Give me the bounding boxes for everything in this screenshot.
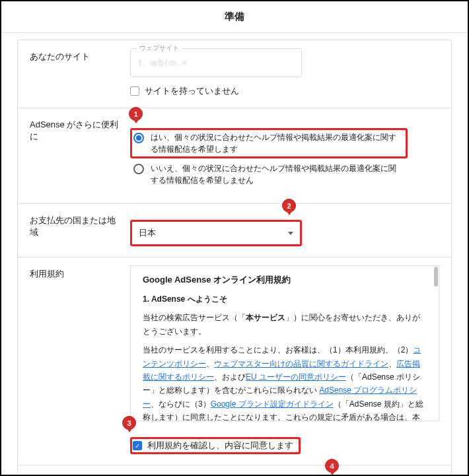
tips-radio-yes-label: はい、個々の状況に合わせたヘルプ情報や掲載結果の最適化案に関する情報配信を希望し… [151,131,402,155]
payment-label: お支払先の国または地域 [18,204,124,257]
website-obscured-value: t. wbIm.× [139,57,188,68]
page-title: 準備 [1,1,468,33]
no-site-checkbox[interactable] [130,86,139,96]
terms-paragraph-1: 当社の検索広告サービス（「本サービス」）に関心をお寄せいただき、ありがとうござい… [143,311,427,338]
tips-radio-yes[interactable] [133,133,144,143]
section-payment: お支払先の国または地域 2 日本 [18,204,451,257]
section-tips: AdSense がさらに便利に 1 はい、個々の状況に合わせたヘルプ情報や掲載結… [18,108,451,204]
setup-card: あなたのサイト ウェブサイト t. wbIm.× サイトを持っていません AdS… [17,40,452,476]
terms-heading: Google AdSense オンライン利用規約 [143,273,427,287]
site-field-label: ウェブサイト [137,44,182,53]
link-brand-guidelines[interactable]: Google ブランド設定ガイドライン [211,399,334,409]
link-eu-consent[interactable]: EU ユーザーの同意ポリシー [246,372,346,382]
payment-country-selected: 日本 [139,227,156,239]
terms-scrollbox[interactable]: Google AdSense オンライン利用規約 1. AdSense へようこ… [130,265,439,421]
terms-subheading: 1. AdSense へようこそ [143,292,427,306]
chevron-down-icon [288,232,293,235]
no-site-checkbox-label: サイトを持っていません [145,85,239,97]
link-webmaster-guidelines[interactable]: ウェブマスター向けの品質に関するガイドライン [214,359,388,368]
site-label: あなたのサイト [18,40,124,108]
scrollbar-thumb[interactable] [434,267,438,287]
annotation-badge-4: 4 [325,459,339,473]
section-terms: 利用規約 Google AdSense オンライン利用規約 1. AdSense… [18,257,451,465]
terms-label: 利用規約 [18,257,124,465]
agree-terms-checkbox[interactable]: ✓ [133,441,142,450]
footer-bar: 4 AdSense のご利用を開始 [18,465,451,476]
tips-radio-no-label: いいえ、個々の状況に合わせたヘルプ情報や掲載結果の最適化案に関する情報配信を希望… [151,162,402,186]
tips-label: AdSense がさらに便利に [18,108,124,203]
annotation-badge-1: 1 [129,107,143,121]
section-site: あなたのサイト ウェブサイト t. wbIm.× サイトを持っていません [18,40,451,108]
agree-terms-label: 利用規約を確認し、内容に同意します [147,440,293,452]
annotation-badge-3: 3 [122,416,136,430]
terms-paragraph-2: 当社のサービスを利用することにより、お客様は、（1）本利用規約、（2）コンテンツ… [143,343,427,421]
annotation-badge-2: 2 [282,199,296,213]
payment-country-select[interactable]: 日本 [130,220,302,246]
tips-radio-no[interactable] [133,164,144,174]
